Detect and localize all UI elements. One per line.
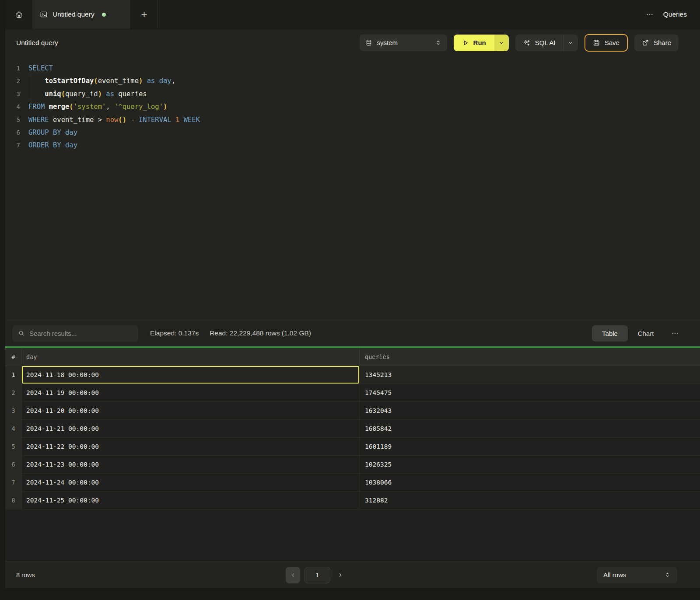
cell-day[interactable]: 2024-11-22 00:00:00 — [22, 438, 360, 455]
search-icon — [18, 330, 25, 337]
table-header-row: # day queries — [5, 348, 700, 366]
run-split-button: Run — [454, 35, 509, 51]
row-index: 4 — [5, 420, 22, 437]
code-text: uniq(query_id) as queries — [28, 88, 147, 101]
cell-queries[interactable]: 1345213 — [360, 366, 700, 384]
line-number: 6 — [5, 126, 20, 139]
row-index: 6 — [5, 456, 22, 473]
tab-untitled-query[interactable]: Untitled query — [33, 0, 131, 29]
cell-queries[interactable]: 1685842 — [360, 420, 700, 437]
cell-queries[interactable]: 1038066 — [360, 474, 700, 491]
database-icon — [365, 39, 372, 46]
results-table: # day queries 12024-11-18 00:00:00134521… — [5, 348, 700, 561]
previous-page-button[interactable] — [286, 567, 300, 583]
line-number: 3 — [5, 88, 20, 101]
row-index: 5 — [5, 438, 22, 455]
cell-day[interactable]: 2024-11-25 00:00:00 — [22, 492, 360, 509]
sql-ai-label: SQL AI — [535, 39, 556, 46]
line-number: 5 — [5, 114, 20, 126]
code-line[interactable]: 5WHERE event_time > now() - INTERVAL 1 W… — [5, 114, 700, 126]
save-label: Save — [605, 39, 620, 46]
code-line[interactable]: 2 toStartOfDay(event_time) as day, — [5, 75, 700, 87]
cell-queries[interactable]: 1026325 — [360, 456, 700, 473]
save-button[interactable]: Save — [584, 34, 628, 52]
share-icon — [642, 39, 649, 46]
cell-queries[interactable]: 1601189 — [360, 438, 700, 455]
cell-day[interactable]: 2024-11-19 00:00:00 — [22, 384, 360, 401]
chevron-right-icon — [337, 572, 343, 578]
line-number: 7 — [5, 139, 20, 152]
line-number: 2 — [5, 75, 20, 87]
code-line[interactable]: 4FROM merge('system', '^query_log') — [5, 101, 700, 113]
code-line[interactable]: 3 uniq(query_id) as queries — [5, 88, 700, 101]
code-text: GROUP BY day — [28, 126, 77, 139]
cell-day[interactable]: 2024-11-23 00:00:00 — [22, 456, 360, 473]
column-header-queries[interactable]: queries — [360, 348, 700, 366]
share-label: Share — [654, 39, 671, 46]
run-options-button[interactable] — [494, 35, 509, 51]
sql-editor[interactable]: 1SELECT2 toStartOfDay(event_time) as day… — [5, 56, 700, 320]
run-button[interactable]: Run — [454, 35, 494, 51]
sql-console-window: Untitled query + Queries Untitled query … — [5, 0, 700, 600]
table-row: 72024-11-24 00:00:001038066 — [5, 474, 700, 492]
page-size-value: All rows — [603, 571, 626, 579]
results-footer: 8 rows 1 All rows — [5, 561, 700, 588]
row-index: 3 — [5, 402, 22, 419]
tab-bar-menu-icon[interactable] — [646, 10, 654, 18]
cell-day[interactable]: 2024-11-18 00:00:00 — [22, 366, 360, 384]
table-row: 82024-11-25 00:00:00312882 — [5, 492, 700, 509]
sql-ai-button[interactable]: SQL AI — [515, 35, 563, 51]
new-tab-button[interactable]: + — [131, 0, 158, 29]
pagination: 1 — [286, 567, 346, 583]
cell-day[interactable]: 2024-11-24 00:00:00 — [22, 474, 360, 491]
code-text: SELECT — [28, 62, 53, 75]
code-line[interactable]: 6GROUP BY day — [5, 126, 700, 139]
bottom-strip — [0, 588, 700, 600]
next-page-button[interactable] — [335, 567, 346, 583]
queries-link[interactable]: Queries — [663, 10, 687, 18]
code-line[interactable]: 7ORDER BY day — [5, 139, 700, 152]
page-size-selector[interactable]: All rows — [597, 567, 677, 583]
updown-icon — [664, 572, 671, 578]
chevron-down-icon — [567, 40, 574, 46]
tab-bar: Untitled query + Queries — [5, 0, 700, 29]
cell-queries[interactable]: 1745475 — [360, 384, 700, 401]
chevron-left-icon — [290, 572, 296, 578]
table-row: 52024-11-22 00:00:001601189 — [5, 438, 700, 456]
code-text: FROM merge('system', '^query_log') — [28, 101, 167, 113]
read-stat: Read: 22,229,488 rows (1.02 GB) — [210, 329, 311, 337]
cell-day[interactable]: 2024-11-21 00:00:00 — [22, 420, 360, 437]
save-icon — [593, 39, 600, 46]
results-toolbar: Elapsed: 0.137s Read: 22,229,488 rows (1… — [5, 320, 700, 346]
sql-ai-options-button[interactable] — [563, 35, 578, 51]
cell-day[interactable]: 2024-11-20 00:00:00 — [22, 402, 360, 419]
cell-queries[interactable]: 312882 — [360, 492, 700, 509]
page-title: Untitled query — [16, 39, 58, 47]
results-menu-icon[interactable] — [671, 329, 679, 337]
share-button[interactable]: Share — [634, 35, 679, 51]
database-selector[interactable]: system — [360, 35, 447, 51]
code-text: toStartOfDay(event_time) as day, — [28, 75, 175, 87]
tab-table[interactable]: Table — [592, 325, 628, 342]
row-index: 8 — [5, 492, 22, 509]
cell-queries[interactable]: 1632043 — [360, 402, 700, 419]
code-text: WHERE event_time > now() - INTERVAL 1 WE… — [28, 114, 200, 126]
table-body: 12024-11-18 00:00:00134521322024-11-19 0… — [5, 366, 700, 509]
updown-icon — [435, 39, 441, 46]
row-index: 7 — [5, 474, 22, 491]
column-header-index: # — [5, 348, 22, 366]
code-line[interactable]: 1SELECT — [5, 62, 700, 75]
tab-chart[interactable]: Chart — [628, 325, 664, 342]
search-results-box — [12, 325, 138, 342]
code-text: ORDER BY day — [28, 139, 77, 152]
line-number: 4 — [5, 101, 20, 113]
page-number-button[interactable]: 1 — [304, 567, 330, 583]
table-row: 32024-11-20 00:00:001632043 — [5, 402, 700, 420]
search-results-input[interactable] — [29, 330, 133, 337]
table-row: 12024-11-18 00:00:001345213 — [5, 366, 700, 384]
column-header-day[interactable]: day — [22, 348, 360, 366]
row-count: 8 rows — [16, 572, 35, 579]
database-value: system — [377, 39, 398, 46]
unsaved-dot-icon — [102, 13, 106, 17]
home-button[interactable] — [5, 0, 33, 29]
